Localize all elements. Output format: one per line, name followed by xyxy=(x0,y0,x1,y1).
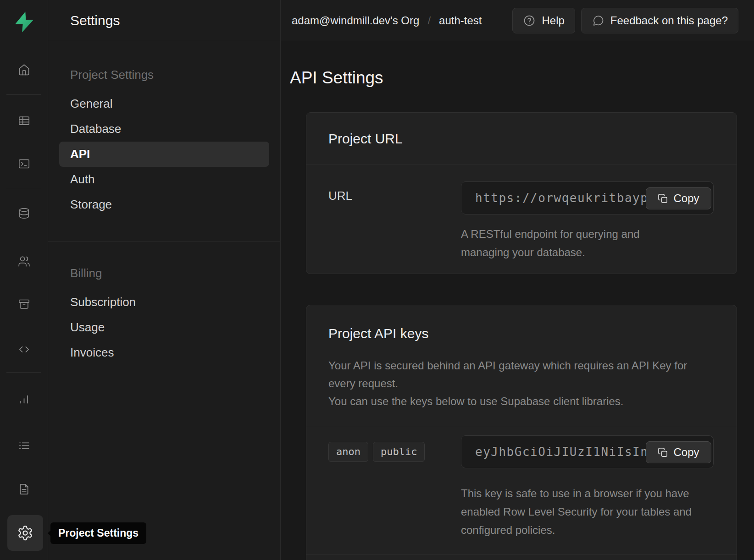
copy-url-button[interactable]: Copy xyxy=(646,187,711,209)
project-url-description: A RESTful endpoint for querying and mana… xyxy=(461,225,672,262)
nav-item-general[interactable]: General xyxy=(48,91,280,116)
billing-list: Subscription Usage Invoices xyxy=(48,290,280,365)
rail-project-settings-button[interactable] xyxy=(7,515,43,551)
project-url-card: Project URL URL https://orwqeukritbayp C… xyxy=(306,112,737,274)
terminal-icon xyxy=(18,158,30,170)
help-circle-icon xyxy=(523,14,536,27)
anon-key-input[interactable]: eyJhbGciOiJIUzI1NiIsIn Copy xyxy=(461,435,714,468)
project-url-input[interactable]: https://orwqeukritbayp Copy xyxy=(461,181,714,214)
key-badges: anon public xyxy=(328,442,425,462)
api-keys-description: Your API is secured behind an API gatewa… xyxy=(328,357,695,410)
api-settings-page: API Settings Project URL URL https://orw… xyxy=(281,41,754,560)
help-label: Help xyxy=(542,14,564,27)
nav-divider xyxy=(48,241,280,242)
anon-badge: anon xyxy=(328,442,368,462)
nav-item-auth[interactable]: Auth xyxy=(48,167,280,192)
copy-label: Copy xyxy=(673,192,699,205)
rail-api-docs-button[interactable] xyxy=(11,476,37,502)
breadcrumb: adam@windmill.dev's Org / auth-test xyxy=(292,14,482,27)
supabase-logo[interactable] xyxy=(12,10,37,34)
api-keys-card-title: Project API keys xyxy=(328,326,428,341)
rail-edge-functions-button[interactable] xyxy=(11,336,37,362)
settings-nav-header: Settings xyxy=(48,0,280,41)
card-divider xyxy=(306,165,737,165)
url-label: URL xyxy=(328,189,352,203)
project-api-keys-card: Project API keys Your API is secured beh… xyxy=(306,305,737,560)
breadcrumb-project[interactable]: auth-test xyxy=(439,14,482,27)
home-icon xyxy=(18,64,30,76)
settings-nav: Settings Project Settings General Databa… xyxy=(48,0,281,560)
project-url-card-title: Project URL xyxy=(328,131,403,147)
copy-anon-key-button[interactable]: Copy xyxy=(646,441,711,463)
rail-table-editor-button[interactable] xyxy=(11,108,37,133)
nav-heading-project-settings: Project Settings xyxy=(48,68,280,82)
tooltip-label: Project Settings xyxy=(58,527,139,539)
anon-key-description: This key is safe to use in a browser if … xyxy=(461,484,693,539)
rail-reports-button[interactable] xyxy=(11,386,37,412)
users-icon xyxy=(18,255,30,268)
rail-home-button[interactable] xyxy=(11,57,37,82)
list-icon xyxy=(18,439,30,452)
nav-heading-billing: Billing xyxy=(48,266,280,280)
copy-icon xyxy=(658,447,668,458)
icon-rail xyxy=(0,0,48,560)
copy-icon xyxy=(658,193,668,204)
project-settings-list: General Database API Auth Storage xyxy=(48,91,280,217)
page-title: API Settings xyxy=(290,68,383,88)
feedback-button[interactable]: Feedback on this page? xyxy=(581,8,738,33)
nav-item-api[interactable]: API xyxy=(59,142,269,167)
rail-divider xyxy=(6,189,41,189)
archive-icon xyxy=(18,298,30,310)
database-icon xyxy=(18,207,30,220)
rail-divider xyxy=(6,94,41,95)
supabase-dashboard: Project Settings Settings Project Settin… xyxy=(0,0,754,560)
feedback-label: Feedback on this page? xyxy=(610,14,728,27)
nav-item-usage[interactable]: Usage xyxy=(48,315,280,340)
nav-item-subscription[interactable]: Subscription xyxy=(48,290,280,315)
rail-logs-button[interactable] xyxy=(11,433,37,458)
rail-authentication-button[interactable] xyxy=(11,248,37,274)
rail-storage-button[interactable] xyxy=(11,291,37,317)
file-text-icon xyxy=(18,483,30,495)
api-keys-description-line-2: You can use the keys below to use Supaba… xyxy=(328,392,695,410)
project-settings-tooltip: Project Settings xyxy=(50,522,146,544)
topbar-actions: Help Feedback on this page? xyxy=(512,8,738,33)
help-button[interactable]: Help xyxy=(512,8,575,33)
copy-label: Copy xyxy=(673,446,699,459)
message-bubble-icon xyxy=(592,14,604,27)
settings-title: Settings xyxy=(70,13,120,28)
breadcrumb-org[interactable]: adam@windmill.dev's Org xyxy=(292,14,419,27)
rail-database-button[interactable] xyxy=(11,200,37,226)
card-divider xyxy=(306,426,737,426)
supabase-bolt-icon xyxy=(12,10,37,34)
card-divider xyxy=(306,555,737,555)
rail-divider xyxy=(6,372,41,373)
topbar: adam@windmill.dev's Org / auth-test Help xyxy=(281,0,754,41)
table-icon xyxy=(18,115,30,127)
api-keys-description-line-1: Your API is secured behind an API gatewa… xyxy=(328,357,695,392)
rail-sql-editor-button[interactable] xyxy=(11,151,37,176)
gear-icon xyxy=(17,525,33,541)
code-icon xyxy=(18,343,30,356)
breadcrumb-separator: / xyxy=(427,14,431,27)
nav-item-database[interactable]: Database xyxy=(48,116,280,142)
nav-item-invoices[interactable]: Invoices xyxy=(48,340,280,365)
public-badge: public xyxy=(373,442,425,462)
nav-item-storage[interactable]: Storage xyxy=(48,192,280,217)
settings-nav-body: Project Settings General Database API Au… xyxy=(48,41,280,365)
bar-chart-icon xyxy=(18,393,30,405)
